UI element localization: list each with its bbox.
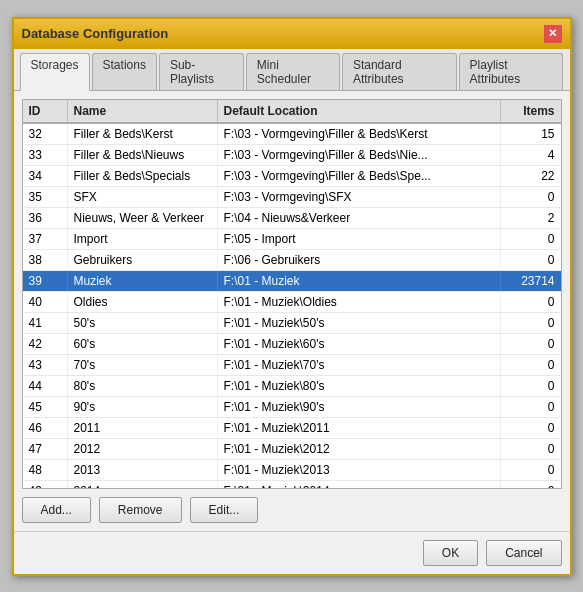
cell-id: 46: [23, 418, 68, 438]
cell-id: 48: [23, 460, 68, 480]
cell-name: 90's: [68, 397, 218, 417]
cell-items: 0: [501, 313, 561, 333]
cell-name: 2014: [68, 481, 218, 488]
cell-name: SFX: [68, 187, 218, 207]
cell-items: 0: [501, 376, 561, 396]
edit-button[interactable]: Edit...: [190, 497, 259, 523]
cell-id: 44: [23, 376, 68, 396]
cell-name: 60's: [68, 334, 218, 354]
cell-location: F:\01 - Muziek\80's: [218, 376, 501, 396]
cell-name: 2011: [68, 418, 218, 438]
cell-name: Gebruikers: [68, 250, 218, 270]
table-row[interactable]: 32Filler & Beds\KerstF:\03 - Vormgeving\…: [23, 124, 561, 145]
table-row[interactable]: 462011F:\01 - Muziek\20110: [23, 418, 561, 439]
table-row[interactable]: 492014F:\01 - Muziek\20140: [23, 481, 561, 488]
cell-items: 0: [501, 418, 561, 438]
database-config-window: Database Configuration ✕ StoragesStation…: [12, 17, 572, 576]
table-row[interactable]: 472012F:\01 - Muziek\20120: [23, 439, 561, 460]
cell-items: 0: [501, 460, 561, 480]
cell-items: 4: [501, 145, 561, 165]
cell-name: Nieuws, Weer & Verkeer: [68, 208, 218, 228]
cell-location: F:\01 - Muziek\Oldies: [218, 292, 501, 312]
cell-name: Muziek: [68, 271, 218, 291]
cell-items: 0: [501, 355, 561, 375]
cell-location: F:\03 - Vormgeving\Filler & Beds\Nie...: [218, 145, 501, 165]
tab-standard-attributes[interactable]: Standard Attributes: [342, 53, 457, 90]
col-name: Name: [68, 100, 218, 122]
cell-name: Filler & Beds\Kerst: [68, 124, 218, 144]
cell-location: F:\04 - Nieuws&Verkeer: [218, 208, 501, 228]
table-row[interactable]: 36Nieuws, Weer & VerkeerF:\04 - Nieuws&V…: [23, 208, 561, 229]
table-row[interactable]: 482013F:\01 - Muziek\20130: [23, 460, 561, 481]
tab-mini-scheduler[interactable]: Mini Scheduler: [246, 53, 340, 90]
cell-name: Import: [68, 229, 218, 249]
table-row[interactable]: 38GebruikersF:\06 - Gebruikers0: [23, 250, 561, 271]
cell-id: 40: [23, 292, 68, 312]
cell-items: 0: [501, 292, 561, 312]
cell-id: 34: [23, 166, 68, 186]
table-header: ID Name Default Location Items: [23, 100, 561, 124]
col-location: Default Location: [218, 100, 501, 122]
table-row[interactable]: 4370'sF:\01 - Muziek\70's0: [23, 355, 561, 376]
storage-table: ID Name Default Location Items 32Filler …: [22, 99, 562, 489]
cell-name: Filler & Beds\Specials: [68, 166, 218, 186]
cell-id: 47: [23, 439, 68, 459]
cell-items: 2: [501, 208, 561, 228]
cell-items: 22: [501, 166, 561, 186]
ok-button[interactable]: OK: [423, 540, 478, 566]
cancel-button[interactable]: Cancel: [486, 540, 561, 566]
cell-location: F:\01 - Muziek\2012: [218, 439, 501, 459]
cell-name: 2012: [68, 439, 218, 459]
cell-location: F:\01 - Muziek\2013: [218, 460, 501, 480]
table-body[interactable]: 32Filler & Beds\KerstF:\03 - Vormgeving\…: [23, 124, 561, 488]
tab-playlist-attributes[interactable]: Playlist Attributes: [459, 53, 564, 90]
cell-items: 0: [501, 334, 561, 354]
cell-location: F:\01 - Muziek\90's: [218, 397, 501, 417]
cell-location: F:\01 - Muziek\50's: [218, 313, 501, 333]
table-row[interactable]: 33Filler & Beds\NieuwsF:\03 - Vormgeving…: [23, 145, 561, 166]
cell-location: F:\06 - Gebruikers: [218, 250, 501, 270]
table-row[interactable]: 39MuziekF:\01 - Muziek23714: [23, 271, 561, 292]
cell-location: F:\01 - Muziek\70's: [218, 355, 501, 375]
add-button[interactable]: Add...: [22, 497, 91, 523]
cell-name: Filler & Beds\Nieuws: [68, 145, 218, 165]
table-row[interactable]: 34Filler & Beds\SpecialsF:\03 - Vormgevi…: [23, 166, 561, 187]
cell-items: 0: [501, 481, 561, 488]
remove-button[interactable]: Remove: [99, 497, 182, 523]
tab-bar: StoragesStationsSub-PlaylistsMini Schedu…: [14, 49, 570, 91]
cell-name: 80's: [68, 376, 218, 396]
table-row[interactable]: 4150'sF:\01 - Muziek\50's0: [23, 313, 561, 334]
table-row[interactable]: 4480'sF:\01 - Muziek\80's0: [23, 376, 561, 397]
cell-id: 38: [23, 250, 68, 270]
tab-storages[interactable]: Storages: [20, 53, 90, 91]
window-title: Database Configuration: [22, 26, 169, 41]
table-row[interactable]: 4260'sF:\01 - Muziek\60's0: [23, 334, 561, 355]
cell-location: F:\01 - Muziek\2014: [218, 481, 501, 488]
table-row[interactable]: 37ImportF:\05 - Import0: [23, 229, 561, 250]
cell-name: 50's: [68, 313, 218, 333]
cell-location: F:\03 - Vormgeving\Filler & Beds\Kerst: [218, 124, 501, 144]
cell-name: Oldies: [68, 292, 218, 312]
cell-location: F:\05 - Import: [218, 229, 501, 249]
tab-stations[interactable]: Stations: [92, 53, 157, 90]
table-row[interactable]: 35SFXF:\03 - Vormgeving\SFX0: [23, 187, 561, 208]
cell-items: 0: [501, 439, 561, 459]
cell-id: 32: [23, 124, 68, 144]
cell-id: 42: [23, 334, 68, 354]
cell-id: 35: [23, 187, 68, 207]
cell-location: F:\01 - Muziek\60's: [218, 334, 501, 354]
cell-id: 41: [23, 313, 68, 333]
cell-id: 49: [23, 481, 68, 488]
tab-sub-playlists[interactable]: Sub-Playlists: [159, 53, 244, 90]
col-items: Items: [501, 100, 561, 122]
cell-items: 0: [501, 397, 561, 417]
cell-id: 39: [23, 271, 68, 291]
cell-id: 45: [23, 397, 68, 417]
table-row[interactable]: 40OldiesF:\01 - Muziek\Oldies0: [23, 292, 561, 313]
table-row[interactable]: 4590'sF:\01 - Muziek\90's0: [23, 397, 561, 418]
cell-items: 0: [501, 187, 561, 207]
close-button[interactable]: ✕: [544, 25, 562, 43]
cell-id: 33: [23, 145, 68, 165]
content-area: ID Name Default Location Items 32Filler …: [14, 91, 570, 531]
cell-items: 15: [501, 124, 561, 144]
